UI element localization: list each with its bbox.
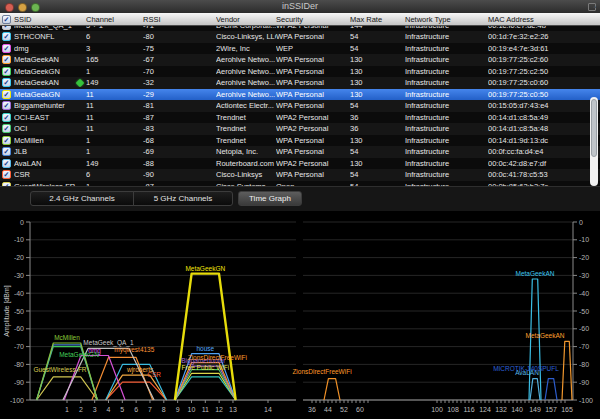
column-header-vendor[interactable]: Vendor: [216, 15, 276, 24]
column-header-ssid[interactable]: SSID: [14, 15, 86, 24]
row-checkbox[interactable]: ✓: [2, 90, 11, 99]
table-row[interactable]: ✓ MetaGeekGN 1 -70 Aerohive Netwo... WPA…: [0, 66, 600, 78]
svg-text:ZionsDirectFreeWiFi: ZionsDirectFreeWiFi: [188, 354, 247, 361]
row-checkbox[interactable]: ✓: [2, 67, 11, 76]
svg-text:-20: -20: [14, 254, 24, 261]
cell-max-rate: 54: [350, 170, 405, 179]
title-bar[interactable]: inSSIDer: [0, 0, 600, 14]
cell-vendor: Aerohive Netwo...: [216, 67, 276, 76]
cell-ssid: dmg: [14, 44, 29, 53]
row-checkbox[interactable]: ✓: [2, 101, 11, 110]
svg-text:-80: -80: [14, 361, 24, 368]
svg-text:-80: -80: [579, 361, 589, 368]
svg-text:11: 11: [202, 406, 209, 413]
column-header-network-type[interactable]: Network Type: [405, 15, 488, 24]
cell-security: WPA Personal: [276, 101, 350, 110]
svg-text:108: 108: [447, 406, 459, 413]
svg-text:6: 6: [134, 406, 138, 413]
scrollbar-thumb[interactable]: [591, 99, 597, 157]
row-checkbox[interactable]: ✓: [2, 55, 11, 64]
table-row[interactable]: ✓ OCI 11 -83 Trendnet WPA2 Personal 36 I…: [0, 123, 600, 135]
cell-mac-address: 00:19:77:25:c2:50: [488, 67, 600, 76]
row-checkbox[interactable]: ✓: [2, 124, 11, 133]
table-row[interactable]: ✓ OCI-EAST 11 -87 Trendnet WPA2 Personal…: [0, 112, 600, 124]
svg-text:100: 100: [431, 406, 443, 413]
select-all-checkbox[interactable]: ✓: [2, 15, 11, 24]
table-row[interactable]: ✓ JLB 1 -69 Netopia, Inc. WPA Personal 5…: [0, 146, 600, 158]
table-row[interactable]: ✓ McMillen 1 -68 Trendnet WPA Personal 1…: [0, 135, 600, 147]
column-header-rssi[interactable]: RSSI: [143, 15, 216, 24]
cell-network-type: Infrastructure: [405, 101, 488, 110]
cell-max-rate: 130: [350, 136, 405, 145]
svg-text:-60: -60: [14, 325, 24, 332]
cell-channel: 149: [86, 78, 143, 87]
cell-vendor: Trendnet: [216, 124, 276, 133]
svg-text:-60: -60: [579, 325, 589, 332]
view-tab-bar: 2.4 GHz Channels5 GHz ChannelsTime Graph: [0, 186, 600, 211]
cell-channel: 149: [86, 159, 143, 168]
cell-security: WPA Personal: [276, 147, 350, 156]
cell-max-rate: 36: [350, 113, 405, 122]
svg-text:MetaGeekAN: MetaGeekAN: [515, 270, 554, 277]
table-row[interactable]: ✓ MetaGeekAN 165 -67 Aerohive Netwo... W…: [0, 54, 600, 66]
cell-mac-address: 00:14:d1:c8:5a:48: [488, 124, 600, 133]
column-header-max-rate[interactable]: Max Rate: [350, 15, 405, 24]
table-row[interactable]: ✓ CSR 6 -90 Cisco-Linksys WPA Personal 5…: [0, 169, 600, 181]
svg-text:140: 140: [511, 406, 523, 413]
svg-text:myqwest4135: myqwest4135: [114, 346, 154, 354]
svg-text:McMillen: McMillen: [54, 334, 80, 341]
table-row[interactable]: ✓ AvaLAN 149 -88 Routerboard.com WPA2 Pe…: [0, 158, 600, 170]
column-header-channel[interactable]: Channel: [86, 15, 143, 24]
cell-rssi: -32: [143, 78, 216, 87]
row-checkbox[interactable]: ✓: [2, 159, 11, 168]
table-row[interactable]: ✓ dmg 3 -75 2Wire, Inc WEP 54 Infrastruc…: [0, 43, 600, 55]
cell-mac-address: 00:0f:cc:fa:d4:e4: [488, 147, 600, 156]
row-checkbox[interactable]: ✓: [2, 32, 11, 41]
svg-text:MetaGeekGN: MetaGeekGN: [185, 265, 225, 272]
table-row[interactable]: ✓ Biggamehunter 11 -81 Actiontec Electr.…: [0, 100, 600, 112]
table-row[interactable]: ✓ STHCONFL 6 -80 Cisco-Linksys, LLC WPA …: [0, 31, 600, 43]
tab-5-ghz-channels[interactable]: 5 GHz Channels: [133, 191, 233, 206]
cell-rssi: -80: [143, 32, 216, 41]
cell-network-type: Infrastructure: [405, 78, 488, 87]
svg-text:165: 165: [561, 406, 573, 413]
cell-mac-address: 00:14:d1:9d:13:dc: [488, 136, 600, 145]
column-header-security[interactable]: Security: [276, 15, 350, 24]
cell-max-rate: 130: [350, 67, 405, 76]
row-checkbox[interactable]: ✓: [2, 113, 11, 122]
cell-mac-address: 00:0c:42:d8:e7:df: [488, 159, 600, 168]
cell-rssi: -70: [143, 67, 216, 76]
cell-rssi: -81: [143, 101, 216, 110]
row-checkbox[interactable]: ✓: [2, 170, 11, 179]
svg-text:8: 8: [162, 406, 166, 413]
row-checkbox[interactable]: ✓: [2, 44, 11, 53]
svg-text:0: 0: [20, 219, 24, 226]
svg-text:-50: -50: [579, 308, 589, 315]
row-checkbox[interactable]: ✓: [2, 78, 11, 87]
cell-security: WPA Personal: [276, 55, 350, 64]
sort-indicator-icon[interactable]: ▲: [592, 3, 597, 9]
table-row[interactable]: ✓ MetaGeekGN 11 -29 Aerohive Netwo... WP…: [0, 89, 600, 101]
cell-network-type: Infrastructure: [405, 124, 488, 133]
svg-text:149: 149: [529, 406, 541, 413]
tab-time-graph[interactable]: Time Graph: [238, 191, 302, 206]
svg-text:Amplitude [dBm]: Amplitude [dBm]: [3, 285, 11, 336]
row-checkbox[interactable]: ✓: [2, 147, 11, 156]
svg-text:-40: -40: [14, 290, 24, 297]
svg-text:MetaGeekGN: MetaGeekGN: [59, 351, 99, 358]
cell-max-rate: 130: [350, 78, 405, 87]
svg-text:-40: -40: [579, 290, 589, 297]
svg-text:-100: -100: [10, 397, 24, 404]
cell-security: WEP: [276, 44, 350, 53]
svg-text:-30: -30: [579, 272, 589, 279]
row-checkbox[interactable]: ✓: [2, 136, 11, 145]
cell-vendor: Cisco-Linksys, LLC: [216, 32, 276, 41]
cell-rssi: -83: [143, 124, 216, 133]
column-header-mac-address[interactable]: MAC Address: [488, 15, 600, 24]
svg-text:GuestWireless-FR: GuestWireless-FR: [33, 366, 86, 373]
table-scrollbar[interactable]: [590, 97, 598, 186]
tab-2-4-ghz-channels[interactable]: 2.4 GHz Channels: [30, 191, 134, 206]
table-row[interactable]: ✓ MetaGeekAN 149 -32 Aerohive Netwo... W…: [0, 77, 600, 89]
cell-network-type: Infrastructure: [405, 32, 488, 41]
cell-vendor: Aerohive Netwo...: [216, 90, 276, 99]
